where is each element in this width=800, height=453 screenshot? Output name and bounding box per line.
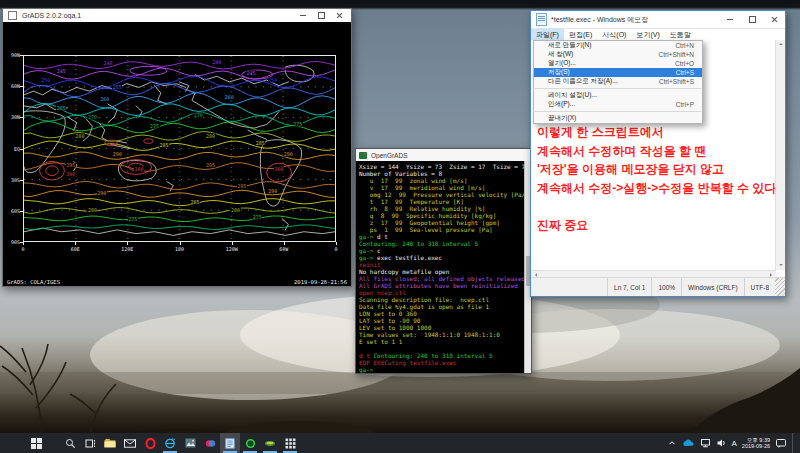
maximize-button[interactable]	[741, 12, 763, 28]
contour-line-285	[24, 199, 335, 206]
file-menu-item[interactable]: 열기(O)...Ctrl+O	[534, 59, 702, 68]
menu-separator	[535, 88, 701, 89]
vertical-scrollbar[interactable]	[775, 40, 785, 270]
console-line: No hardcopy metafile open	[359, 268, 523, 275]
console-line: z 17 99 Geopotential height [gpm]	[359, 219, 523, 226]
scroll-left-icon[interactable]	[533, 273, 537, 277]
console-line: t 17 99 Temperature [K]	[359, 198, 523, 205]
contour-label: 275	[150, 124, 160, 129]
opera-icon[interactable]	[140, 433, 160, 453]
contour-label: 300	[134, 166, 144, 171]
file-menu-item[interactable]: 새 창(W)Ctrl+Shift+N	[534, 50, 702, 59]
file-menu-item[interactable]: 인쇄(P)...Ctrl+P	[534, 100, 702, 109]
console-line: Time values set: 1948:1:1:0 1948:1:1:0	[359, 331, 523, 338]
paint3d-icon[interactable]	[200, 433, 220, 453]
grads-window-title: GrADS 2.0.2.oga.1	[22, 12, 294, 19]
contour-map: 2402402452452502502552602602652702702752…	[23, 55, 336, 242]
console-line: ga-> d t	[359, 233, 523, 240]
task-view-icon[interactable]	[80, 433, 100, 453]
show-desktop-button[interactable]	[792, 433, 796, 453]
ime-indicator[interactable]: A	[732, 439, 737, 448]
console-line: LEV set to 1000 1000	[359, 324, 523, 331]
taskbar-clock[interactable]: 오후 9:39 2019-09-26	[742, 437, 770, 450]
grads-titlebar[interactable]: GrADS 2.0.2.oga.1	[3, 9, 351, 23]
closed-contour	[46, 166, 58, 176]
contour-line-285	[24, 141, 335, 150]
console-line: rh 8 99 Relative humidity [%]	[359, 205, 523, 212]
contour-label: 285	[255, 140, 265, 145]
grads-timestamp: 2019-09-26-21:56	[294, 279, 347, 285]
file-menu-item[interactable]: 저장(S)Ctrl+S	[534, 68, 702, 77]
ie-icon[interactable]	[160, 433, 180, 453]
graticule	[24, 56, 335, 241]
contour-label: 280	[87, 207, 97, 212]
photos-icon[interactable]	[180, 433, 200, 453]
grads-credit: GrADS: COLA/IGES	[7, 279, 60, 285]
lon-axis-label: 180	[172, 246, 188, 252]
console-line: ps 1 99 Sea-level pressure [Pa]	[359, 226, 523, 233]
taskbar: A 오후 9:39 2019-09-26	[0, 433, 800, 453]
contour-label: 280	[75, 133, 85, 138]
search-icon[interactable]	[60, 433, 80, 453]
file-menu-item[interactable]: 다른 이름으로 저장(A)...Ctrl+Shift+S	[534, 77, 702, 86]
contour-label: 290	[112, 152, 122, 157]
onedrive-icon[interactable]	[682, 438, 695, 448]
console-line: ga-> c	[359, 247, 523, 254]
notepad-icon[interactable]	[220, 433, 240, 453]
contour-label: 285	[159, 142, 169, 147]
console-line: open ncep.ctl	[359, 289, 523, 296]
lat-axis-label: 90S	[4, 239, 20, 245]
file-menu-item[interactable]: 페이지 설정(U)...	[534, 91, 702, 100]
lat-axis-label: 60S	[4, 208, 20, 214]
console-output[interactable]: Xsize = 144 Ysize = 73 Zsize = 17 Tsize …	[356, 161, 531, 373]
close-button[interactable]	[763, 12, 785, 28]
scroll-up-icon[interactable]	[779, 41, 783, 45]
console-line	[359, 345, 523, 352]
console-line: Contouring: 240 to 310 interval 5	[359, 240, 523, 247]
contour-label: 295	[237, 183, 247, 188]
grads-display-icon[interactable]	[280, 433, 300, 453]
tray-chevron-icon[interactable]	[667, 438, 677, 448]
opengrads-console-window: OpenGrADS Xsize = 144 Ysize = 73 Zsize =…	[355, 148, 532, 374]
contour-label: 275	[128, 216, 138, 221]
file-menu-item[interactable]: 끝내기(X)	[534, 114, 702, 123]
console-line: All files closed; all defined objects re…	[359, 275, 523, 282]
start-icon[interactable]	[26, 433, 46, 453]
console-line: Scanning description file: ncep.ctl	[359, 296, 523, 303]
contour-label: 290	[97, 190, 107, 195]
grads-icon[interactable]	[260, 433, 280, 453]
volume-icon[interactable]	[716, 438, 727, 448]
notepad-titlebar[interactable]: *testfile.exec - Windows 메모장	[531, 11, 785, 29]
closed-contour	[40, 161, 65, 180]
console-line: v 17 99 meridional wind [m/s]	[359, 184, 523, 191]
resize-grip[interactable]	[775, 278, 785, 296]
notepad-title: *testfile.exec - Windows 메모장	[551, 15, 719, 25]
scroll-right-icon[interactable]	[770, 273, 774, 277]
minimize-button[interactable]	[719, 12, 741, 28]
contour-label: 300	[274, 166, 284, 171]
network-icon[interactable]	[700, 438, 711, 448]
contour-label: 245	[246, 70, 256, 75]
contour-label: 275	[252, 214, 262, 219]
scroll-down-icon[interactable]	[779, 264, 783, 268]
grads-window: GrADS 2.0.2.oga.1	[2, 8, 352, 287]
opengrads-icon	[359, 152, 367, 159]
contour-line-280	[24, 208, 335, 214]
notepad-icon	[536, 13, 547, 26]
maximize-button[interactable]	[312, 10, 330, 22]
mail-icon[interactable]	[120, 433, 140, 453]
opengrads-icon[interactable]	[240, 433, 260, 453]
action-center-icon[interactable]	[775, 438, 787, 449]
console-line: E set to 1 1	[359, 338, 523, 345]
file-menu-item[interactable]: 새로 만들기(N)Ctrl+N	[534, 41, 702, 50]
lat-axis-label: 60N	[4, 83, 20, 89]
contour-label: 280	[230, 207, 240, 212]
console-line: q 8 99 Specific humidity [kg/kg]	[359, 212, 523, 219]
closed-contour	[144, 139, 153, 143]
lat-axis-label: 90N	[4, 52, 20, 58]
lat-axis-label: EQ	[4, 146, 20, 152]
file-explorer-icon[interactable]	[100, 433, 120, 453]
console-line: All GrADS attributes have been reinitial…	[359, 282, 523, 289]
close-button[interactable]	[330, 10, 348, 22]
minimize-button[interactable]	[294, 10, 312, 22]
